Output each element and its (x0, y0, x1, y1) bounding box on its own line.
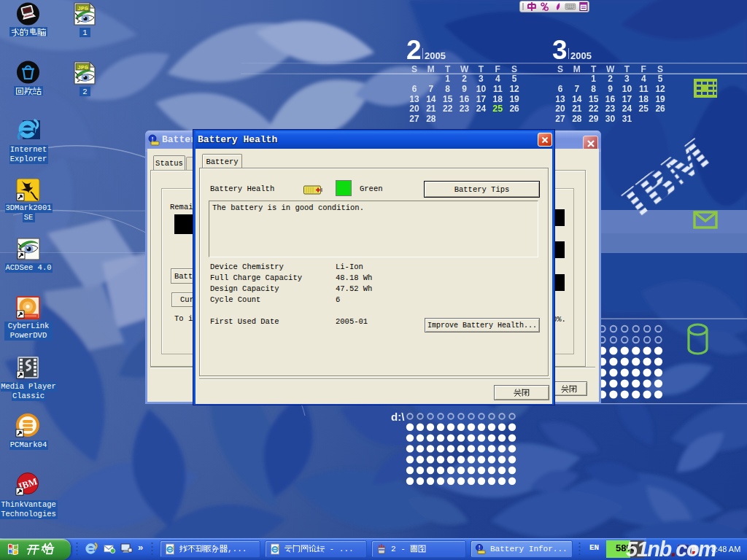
svg-text:3: 3 (624, 74, 630, 84)
svg-text:18: 18 (639, 94, 649, 104)
svg-text:1: 1 (591, 74, 596, 84)
svg-text:2: 2 (462, 74, 467, 84)
svg-text:18: 18 (493, 94, 503, 104)
svg-text:29: 29 (589, 114, 599, 124)
svg-text:9: 9 (462, 84, 467, 94)
svg-text:21: 21 (572, 104, 582, 114)
svg-text:24: 24 (622, 104, 632, 114)
svg-text:23: 23 (605, 104, 616, 114)
svg-text:13: 13 (409, 94, 419, 104)
svg-text:22: 22 (443, 104, 453, 114)
svg-text:T: T (591, 64, 597, 74)
svg-text:10: 10 (476, 84, 487, 94)
svg-text:3: 3 (479, 74, 484, 84)
svg-text:2005: 2005 (570, 50, 592, 61)
svg-text:24: 24 (476, 104, 487, 114)
svg-text:11: 11 (639, 84, 649, 94)
svg-text:16: 16 (605, 94, 616, 104)
svg-text:2: 2 (608, 74, 613, 84)
svg-text:11: 11 (493, 84, 503, 94)
svg-text:17: 17 (476, 94, 487, 104)
svg-text:F: F (641, 64, 646, 74)
svg-text:d:\: d:\ (391, 411, 405, 423)
svg-text:S: S (657, 64, 663, 74)
svg-text:T: T (445, 64, 451, 74)
svg-text:10: 10 (622, 84, 632, 94)
svg-text:4: 4 (495, 74, 500, 84)
svg-text:1: 1 (445, 74, 450, 84)
svg-text:12: 12 (509, 84, 519, 94)
svg-text:22: 22 (589, 104, 599, 114)
svg-text:2: 2 (406, 35, 422, 65)
svg-text:M: M (427, 64, 435, 74)
svg-text:JPG: JPG (77, 5, 88, 12)
svg-text:25: 25 (639, 104, 649, 114)
svg-text:T: T (479, 64, 484, 74)
svg-text:JPG: JPG (77, 64, 88, 71)
svg-text:8: 8 (591, 84, 596, 94)
svg-text:2005: 2005 (425, 50, 446, 61)
svg-text:5: 5 (512, 74, 517, 84)
svg-text:20: 20 (409, 104, 419, 114)
svg-text:28: 28 (426, 114, 436, 124)
svg-text:19: 19 (655, 94, 665, 104)
svg-text:S: S (511, 64, 517, 74)
svg-text:F: F (495, 64, 500, 74)
svg-text:14: 14 (572, 94, 582, 104)
svg-text:5: 5 (658, 74, 663, 84)
svg-text:12: 12 (655, 84, 665, 94)
svg-text:6: 6 (558, 84, 563, 94)
svg-text:6: 6 (412, 84, 417, 94)
svg-text:25: 25 (492, 104, 503, 114)
svg-text:W: W (460, 64, 469, 74)
svg-text:14: 14 (426, 94, 436, 104)
svg-text:16: 16 (460, 94, 470, 104)
svg-text:30: 30 (605, 114, 616, 124)
svg-text:17: 17 (622, 94, 632, 104)
svg-text:3: 3 (552, 35, 568, 65)
svg-text:23: 23 (460, 104, 470, 114)
svg-text:T: T (624, 64, 630, 74)
svg-text:15: 15 (589, 94, 599, 104)
svg-text:27: 27 (409, 114, 419, 124)
svg-text:31: 31 (622, 114, 632, 124)
svg-text:S: S (557, 64, 563, 74)
svg-text:9: 9 (608, 84, 613, 94)
svg-text:4: 4 (641, 74, 646, 84)
svg-text:M: M (573, 64, 581, 74)
svg-text:7: 7 (429, 84, 434, 94)
svg-text:W: W (606, 64, 615, 74)
svg-text:26: 26 (509, 104, 519, 114)
svg-text:26: 26 (655, 104, 665, 114)
svg-text:13: 13 (555, 94, 565, 104)
svg-text:7: 7 (575, 84, 580, 94)
svg-text:28: 28 (572, 114, 582, 124)
svg-text:15: 15 (443, 94, 453, 104)
svg-text:S: S (411, 64, 417, 74)
svg-text:8: 8 (445, 84, 450, 94)
svg-text:27: 27 (555, 114, 565, 124)
svg-text:20: 20 (555, 104, 565, 114)
svg-text:19: 19 (509, 94, 519, 104)
svg-text:21: 21 (426, 104, 436, 114)
